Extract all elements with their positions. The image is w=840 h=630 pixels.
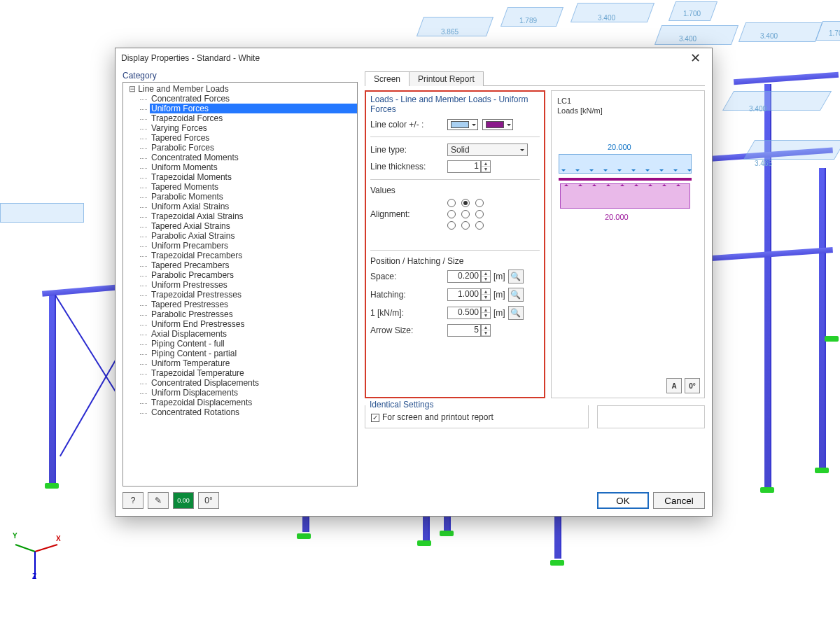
preview-bottom-value: 20.000 (605, 213, 629, 221)
knm-stepper[interactable]: ▲▼ (481, 307, 491, 319)
tree-item[interactable]: Tapered Prestresses (150, 300, 357, 309)
tree-item[interactable]: Parabolic Axial Strains (150, 231, 357, 241)
line-type-dropdown[interactable]: Solid (447, 144, 528, 156)
preview-pane: LC1 Loads [kN/m] 20.000 20.000 (551, 90, 705, 398)
close-button[interactable]: ✕ (684, 53, 706, 63)
alignment-option[interactable] (475, 221, 484, 230)
tree-item[interactable]: Concentrated Displacements (150, 378, 357, 388)
preview-font-button[interactable]: A (666, 378, 682, 393)
tree-item[interactable]: Concentrated Forces (150, 94, 357, 104)
alignment-option[interactable] (461, 221, 470, 230)
tree-item[interactable]: Trapezoidal Forces (150, 113, 357, 123)
values-section-label: Values (370, 184, 540, 197)
identical-empty-box (597, 405, 705, 428)
values-button[interactable]: 0.00 (173, 492, 194, 509)
arrow-size-label: Arrow Size: (370, 326, 447, 335)
preview-lc-label: LC1 (557, 97, 571, 105)
tree-item[interactable]: Concentrated Moments (150, 153, 357, 162)
tree-item[interactable]: Uniform End Prestresses (150, 319, 357, 329)
tab-screen[interactable]: Screen (365, 71, 410, 86)
line-color-minus-picker[interactable] (482, 119, 513, 130)
alignment-option[interactable] (447, 210, 456, 218)
tree-item[interactable]: Trapezoidal Temperature (150, 368, 357, 378)
arrow-size-stepper[interactable]: ▲▼ (481, 324, 491, 337)
tree-item[interactable]: Tapered Forces (150, 133, 357, 143)
line-color-label: Line color +/- : (370, 120, 447, 130)
preview-options-button[interactable]: 0° (685, 378, 700, 393)
alignment-label: Alignment: (370, 209, 447, 219)
line-thickness-stepper[interactable]: ▲▼ (481, 160, 491, 173)
hatching-input[interactable]: 1.000 (447, 288, 481, 301)
tree-item[interactable]: Parabolic Precambers (150, 270, 357, 280)
line-color-plus-picker[interactable] (447, 119, 478, 130)
dialog-titlebar: Display Properties - Standard - White ✕ (115, 48, 712, 68)
tree-item[interactable]: Uniform Temperature (150, 358, 357, 368)
knm-pick-button[interactable]: 🔍 (508, 306, 524, 320)
hatching-stepper[interactable]: ▲▼ (481, 288, 491, 301)
alignment-radio-grid (447, 199, 486, 230)
identical-settings-group: Identical Settings ✓For screen and print… (365, 405, 589, 428)
tree-item[interactable]: Trapezoidal Displacements (150, 398, 357, 407)
axis-x-label: X (56, 535, 61, 542)
tree-item[interactable]: Tapered Moments (150, 182, 357, 192)
tree-item[interactable]: Axial Displacements (150, 329, 357, 339)
tree-item[interactable]: Parabolic Forces (150, 143, 357, 153)
tree-item[interactable]: Uniform Forces (150, 104, 357, 113)
display-properties-dialog: Display Properties - Standard - White ✕ … (115, 48, 713, 517)
tree-item[interactable]: Piping Content - partial (150, 349, 357, 358)
svg-line-0 (35, 545, 57, 552)
line-type-label: Line type: (370, 145, 447, 155)
alignment-option[interactable] (475, 199, 484, 207)
tree-item[interactable]: Varying Forces (150, 123, 357, 133)
tree-item[interactable]: Trapezoidal Precambers (150, 251, 357, 260)
alignment-option[interactable] (447, 221, 456, 230)
space-stepper[interactable]: ▲▼ (481, 270, 491, 283)
alignment-option[interactable] (461, 210, 470, 218)
properties-header: Loads - Line and Member Loads - Uniform … (370, 94, 540, 114)
tree-item[interactable]: Tapered Precambers (150, 260, 357, 270)
tab-printout-report[interactable]: Printout Report (409, 71, 484, 86)
hatching-pick-button[interactable]: 🔍 (508, 288, 524, 302)
axis-z-label: Z (32, 573, 36, 580)
space-pick-button[interactable]: 🔍 (508, 270, 524, 284)
tree-item[interactable]: Parabolic Prestresses (150, 309, 357, 319)
help-button[interactable]: ? (122, 492, 144, 509)
tree-item[interactable]: Trapezoidal Moments (150, 172, 357, 182)
report-button[interactable]: 0° (198, 492, 219, 509)
line-thickness-input[interactable]: 1 (447, 160, 481, 173)
cancel-button[interactable]: Cancel (653, 492, 705, 509)
category-label: Category (122, 71, 358, 80)
space-input[interactable]: 0.200 (447, 270, 481, 283)
alignment-option[interactable] (475, 210, 484, 218)
axis-y-label: Y (13, 532, 18, 540)
tree-item[interactable]: Trapezoidal Axial Strains (150, 211, 357, 221)
space-label: Space: (370, 272, 447, 281)
tree-item[interactable]: Uniform Moments (150, 162, 357, 172)
position-section-label: Position / Hatching / Size (370, 255, 540, 267)
dialog-title: Display Properties - Standard - White (121, 53, 260, 63)
category-tree[interactable]: Line and Member Loads Concentrated Force… (122, 82, 358, 486)
knm-label: 1 [kN/m]: (370, 308, 447, 318)
properties-panel: Loads - Line and Member Loads - Uniform … (365, 90, 545, 398)
identical-checkbox[interactable]: ✓For screen and printout report (371, 412, 493, 422)
tree-item[interactable]: Uniform Prestresses (150, 280, 357, 290)
hatching-label: Hatching: (370, 290, 447, 300)
tree-item[interactable]: Tapered Axial Strains (150, 221, 357, 231)
preview-units-label: Loads [kN/m] (557, 106, 603, 115)
tree-item[interactable]: Piping Content - full (150, 339, 357, 349)
tree-item[interactable]: Uniform Precambers (150, 241, 357, 251)
arrow-size-input[interactable]: 5 (447, 324, 481, 337)
svg-line-1 (15, 545, 35, 552)
alignment-option[interactable] (447, 199, 456, 207)
tree-item[interactable]: Trapezoidal Prestresses (150, 290, 357, 300)
tree-item[interactable]: Uniform Axial Strains (150, 202, 357, 211)
tree-item[interactable]: Parabolic Moments (150, 192, 357, 202)
alignment-option[interactable] (461, 199, 470, 207)
edit-button[interactable]: ✎ (148, 492, 169, 509)
line-thickness-label: Line thickness: (370, 162, 447, 172)
tree-root-item[interactable]: Line and Member Loads (129, 84, 357, 94)
knm-input[interactable]: 0.500 (447, 307, 481, 319)
ok-button[interactable]: OK (597, 492, 649, 509)
tree-item[interactable]: Uniform Displacements (150, 388, 357, 398)
tree-item[interactable]: Concentrated Rotations (150, 407, 357, 417)
